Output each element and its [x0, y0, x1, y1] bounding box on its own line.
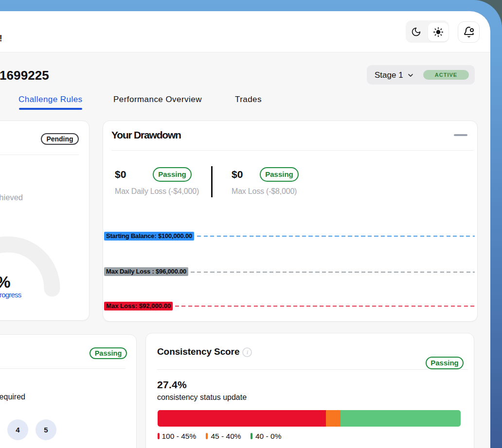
svg-text:i: i — [247, 348, 249, 356]
